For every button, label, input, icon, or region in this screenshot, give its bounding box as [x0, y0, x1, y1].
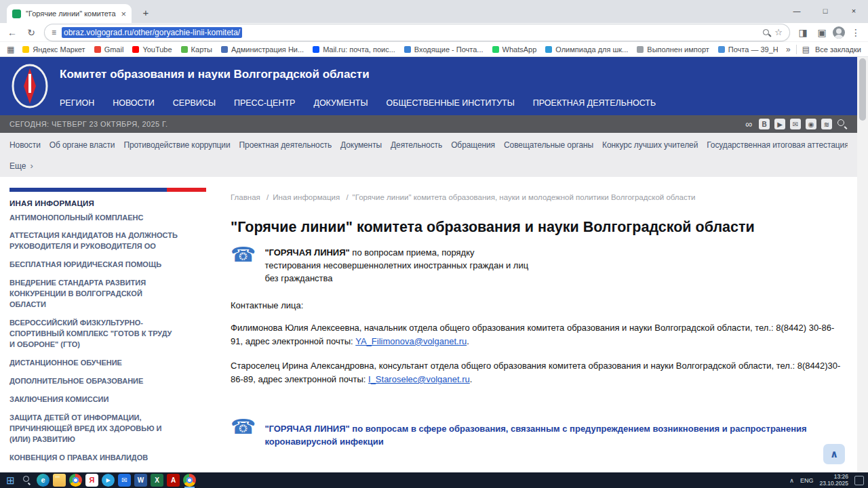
window-maximize-button[interactable]: □ — [811, 0, 840, 22]
zoom-icon[interactable] — [763, 29, 769, 35]
dzen-icon[interactable]: ◉ — [806, 119, 816, 129]
search-icon[interactable] — [837, 119, 848, 129]
sidebar-item[interactable]: АНТИМОНОПОЛЬНЫЙ КОМПЛАЕНС — [9, 209, 178, 227]
subnav-item[interactable]: Совещательные органы — [504, 140, 593, 150]
word-icon[interactable]: W — [134, 474, 147, 487]
taskbar-app-glyph: Я — [90, 476, 95, 484]
tab-close-icon[interactable]: × — [121, 9, 126, 19]
subnav-item[interactable]: Документы — [340, 140, 382, 150]
rss-icon[interactable]: ≋ — [821, 119, 832, 129]
page-scrollbar[interactable] — [857, 57, 868, 472]
sidebar-item[interactable]: АТТЕСТАЦИЯ КАНДИДАТОВ НА ДОЛЖНОСТЬ РУКОВ… — [9, 227, 178, 256]
breadcrumb-item[interactable]: /"Горячие линии" комитета образования, н… — [342, 193, 695, 201]
bookmark-item[interactable]: Входящие - Почта... — [404, 45, 484, 54]
subnav-item[interactable]: Государственная итоговая аттестация — [707, 140, 848, 150]
email-icon[interactable]: ✉ — [790, 119, 801, 129]
sidebar-item[interactable]: БЕСПЛАТНАЯ ЮРИДИЧЕСКАЯ ПОМОЩЬ — [9, 256, 178, 274]
breadcrumb: /Главная /Иная информация /"Горячие лини… — [231, 193, 842, 201]
notification-center-icon[interactable] — [854, 476, 864, 485]
windows-taskbar: ⊞ e Я ▶ ✉ W X A ∧ ENG 13:26 23.10.2025 — [0, 472, 868, 488]
mail-icon[interactable]: ✉ — [118, 474, 131, 487]
scrollbar-thumb[interactable] — [859, 58, 866, 121]
main-nav-item[interactable]: НОВОСТИ — [113, 98, 155, 108]
excel-icon[interactable]: X — [151, 474, 163, 487]
sidebar-item[interactable]: ВНЕДРЕНИЕ СТАНДАРТА РАЗВИТИЯ КОНКУРЕНЦИИ… — [9, 274, 178, 314]
sidebar-header[interactable]: ИНАЯ ИНФОРМАЦИЯ — [9, 199, 208, 207]
profile-avatar[interactable] — [833, 26, 845, 39]
bookmark-item[interactable]: Почта — 39_Никол... — [718, 45, 778, 54]
bookmark-item[interactable]: Яндекс Маркет — [22, 45, 85, 54]
bookmark-label: Mail.ru: почта, поис... — [323, 45, 395, 54]
vk-icon[interactable]: В — [759, 119, 770, 129]
contact-2-email-link[interactable]: I_Staroselec@volganet.ru — [368, 374, 470, 384]
all-bookmarks-button[interactable]: Все закладки — [815, 45, 861, 54]
sidebar-item[interactable]: ЗАЩИТА ДЕТЕЙ ОТ ИНФОРМАЦИИ, ПРИЧИНЯЮЩЕЙ … — [9, 409, 178, 449]
breadcrumb-item[interactable]: /Главная — [231, 193, 260, 201]
window-close-button[interactable]: × — [840, 0, 868, 22]
start-button[interactable]: ⊞ — [4, 474, 17, 487]
tray-chevron-icon[interactable]: ∧ — [789, 477, 794, 484]
sidebar-item[interactable]: ВСЕРОССИЙСКИЙ ФИЗКУЛЬТУРНО-СПОРТИВНЫЙ КО… — [9, 314, 178, 354]
new-tab-button[interactable]: + — [138, 5, 153, 20]
accessibility-glasses-icon[interactable]: ∞ — [743, 119, 754, 129]
taskbar-app-glyph: ⊞ — [6, 475, 15, 485]
main-nav-item[interactable]: ОБЩЕСТВЕННЫЕ ИНСТИТУТЫ — [386, 98, 514, 108]
bookmark-item[interactable]: Администрация Ни... — [221, 45, 304, 54]
acrobat-icon[interactable]: A — [167, 474, 180, 487]
menu-icon[interactable]: ⋮ — [848, 24, 864, 41]
site-logo[interactable] — [11, 63, 49, 109]
telegram-icon[interactable]: ▶ — [774, 119, 785, 129]
clock[interactable]: 13:26 23.10.2025 — [819, 474, 848, 487]
breadcrumb-item[interactable]: /Иная информация — [262, 193, 340, 201]
site-title[interactable]: Комитет образования и науки Волгоградско… — [60, 68, 370, 81]
contact-1-email-link[interactable]: YA_Filimonova@volganet.ru — [355, 336, 467, 346]
edge-icon[interactable]: e — [37, 474, 50, 487]
side-panel-icon[interactable]: ◨ — [795, 24, 811, 41]
bookmark-item[interactable]: WhatsApp — [492, 45, 537, 54]
bookmarks-stack-icon[interactable]: ▤ — [802, 45, 810, 54]
window-minimize-button[interactable]: — — [783, 0, 811, 22]
bookmark-item[interactable]: Выполнен импорт — [637, 45, 709, 54]
sidebar-item[interactable]: ДИСТАНЦИОННОЕ ОБУЧЕНИЕ — [9, 354, 178, 372]
taskbar-app-glyph: X — [155, 477, 159, 484]
apps-grid-icon[interactable]: ▦ — [7, 45, 14, 54]
main-nav-item[interactable]: ПРЕСС-ЦЕНТР — [234, 98, 295, 108]
sidebar-item[interactable]: ДОПОЛНИТЕЛЬНОЕ ОБРАЗОВАНИЕ — [9, 372, 178, 390]
subnav-item[interactable]: Противодействие коррупции — [123, 140, 230, 150]
chrome-icon[interactable] — [69, 474, 82, 487]
bookmarks-overflow-icon[interactable]: » — [786, 45, 791, 54]
subnav-item[interactable]: Проектная деятельность — [239, 140, 332, 150]
browser-tab[interactable]: "Горячие линии" комитета об... × — [7, 4, 132, 23]
bookmark-item[interactable]: Mail.ru: почта, поис... — [313, 45, 395, 54]
bookmark-star-icon[interactable]: ☆ — [774, 27, 783, 37]
subnav-more-button[interactable]: Еще › — [9, 161, 848, 171]
subnav-item[interactable]: Деятельность — [391, 140, 442, 150]
bookmark-item[interactable]: Gmail — [94, 45, 124, 54]
sidebar-item[interactable]: КОНВЕНЦИЯ О ПРАВАХ ИНВАЛИДОВ — [9, 449, 178, 466]
reload-icon[interactable]: ↻ — [23, 24, 39, 41]
chrome-active-icon[interactable] — [183, 474, 196, 487]
extensions-icon[interactable]: ▣ — [814, 24, 830, 41]
search-icon[interactable] — [20, 474, 33, 487]
main-nav-item[interactable]: ДОКУМЕНТЫ — [313, 98, 368, 108]
explorer-icon[interactable] — [53, 474, 66, 487]
address-bar[interactable]: ≡ obraz.volgograd.ru/other/goryachie-lin… — [45, 24, 789, 41]
main-nav-item[interactable]: ПРОЕКТНАЯ ДЕЯТЕЛЬНОСТЬ — [533, 98, 656, 108]
url-text[interactable]: obraz.volgograd.ru/other/goryachie-linii… — [62, 27, 242, 38]
bookmark-item[interactable]: YouTube — [132, 45, 172, 54]
main-nav-item[interactable]: СЕРВИСЫ — [173, 98, 216, 108]
sidebar-item[interactable]: ЗАКЛЮЧЕНИЯ КОМИССИИ — [9, 390, 178, 409]
subnav-item[interactable]: Новости — [9, 140, 41, 150]
subnav-item[interactable]: Конкурс лучших учителей — [602, 140, 698, 150]
back-icon[interactable]: ← — [4, 24, 20, 41]
yandex-icon[interactable]: Я — [85, 474, 98, 487]
subnav-item[interactable]: Об органе власти — [50, 140, 115, 150]
bookmark-item[interactable]: Олимпиада для шк... — [545, 45, 628, 54]
subnav-item[interactable]: Обращения — [451, 140, 495, 150]
main-nav-item[interactable]: РЕГИОН — [60, 98, 94, 108]
telegram-icon[interactable]: ▶ — [102, 474, 115, 487]
scroll-to-top-button[interactable]: ∧ — [823, 444, 845, 464]
site-settings-icon[interactable]: ≡ — [52, 28, 56, 37]
bookmark-item[interactable]: Карты — [181, 45, 212, 54]
language-indicator[interactable]: ENG — [800, 477, 814, 484]
